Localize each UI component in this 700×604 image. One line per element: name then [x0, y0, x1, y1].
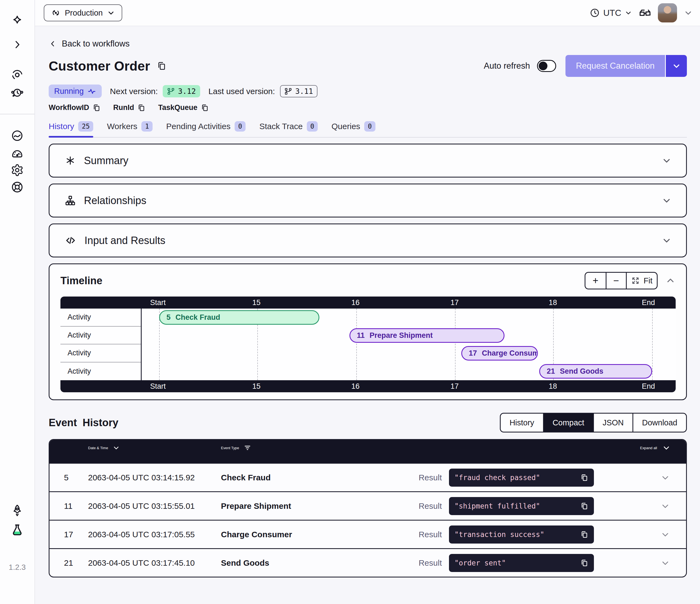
zoom-in-button[interactable]: + — [585, 273, 606, 289]
tab-pending-activities[interactable]: Pending Activities0 — [166, 121, 246, 137]
org-chart-icon — [65, 195, 76, 206]
gridline — [455, 309, 455, 380]
sidebar-item-schedules[interactable] — [11, 87, 24, 100]
clock-icon — [590, 8, 600, 18]
copy-result-icon[interactable] — [580, 530, 589, 539]
chevron-down-icon — [661, 195, 672, 206]
tab-bar: History25 Workers1 Pending Activities0 S… — [49, 121, 687, 138]
event-id: 17 — [64, 530, 88, 539]
task-queue-item: TaskQueue — [158, 103, 209, 112]
topbar: Production UTC — [35, 0, 700, 26]
event-history-header: Date & Time Event Type Expand all — [49, 440, 686, 463]
timeline-bar-send-goods[interactable]: 21Send Goods — [539, 364, 652, 379]
sidebar-expand-icon[interactable] — [11, 39, 23, 50]
timeline-row-label: Activity — [60, 344, 141, 362]
result-chip: "fraud check passed" — [449, 468, 594, 487]
tab-workers[interactable]: Workers1 — [107, 121, 153, 137]
input-results-accordion[interactable]: Input and Results — [49, 223, 687, 258]
result-label: Result — [419, 502, 449, 511]
timezone-selector[interactable]: UTC — [590, 8, 632, 18]
view-history-button[interactable]: History — [501, 414, 543, 432]
user-avatar[interactable] — [658, 3, 677, 22]
sidebar-item-usage[interactable] — [11, 147, 24, 160]
fit-button[interactable]: Fit — [626, 273, 657, 289]
expand-all-button[interactable]: Expand all — [640, 443, 671, 452]
auto-refresh-toggle[interactable] — [537, 60, 556, 72]
timeline-bar-charge-consumer[interactable]: 17Charge Consumer — [461, 346, 538, 361]
collapse-timeline-icon[interactable] — [665, 275, 676, 286]
user-menu-chevron-icon[interactable] — [683, 8, 693, 18]
tab-queries[interactable]: Queries0 — [331, 121, 375, 137]
view-json-button[interactable]: JSON — [593, 414, 632, 432]
namespace-icon — [51, 8, 61, 18]
result-chip: "transaction success" — [449, 526, 594, 543]
event-row[interactable]: 11 2063-04-05 UTC 03:15:55.01 Prepare Sh… — [49, 491, 686, 520]
timeline-row-label: Activity — [60, 362, 141, 381]
event-history-table: Date & Time Event Type Expand all — [49, 439, 687, 577]
timeline-row-label: Activity — [60, 327, 141, 345]
chevron-down-icon — [112, 444, 120, 452]
timeline-bar-check-fraud[interactable]: 5Check Fraud — [159, 310, 319, 325]
temporal-logo-icon[interactable] — [11, 14, 24, 26]
code-icon — [65, 235, 76, 246]
app-version: 1.2.3 — [0, 563, 34, 572]
expand-row-chevron-icon[interactable] — [660, 473, 670, 483]
result-label: Result — [419, 473, 449, 482]
labs-flask-icon[interactable] — [10, 523, 24, 537]
copy-result-icon[interactable] — [580, 502, 589, 510]
download-button[interactable]: Download — [632, 414, 686, 432]
sidebar-item-nexus[interactable] — [11, 129, 24, 142]
timeline-title: Timeline — [60, 275, 102, 287]
event-id: 21 — [64, 558, 88, 567]
namespace-switcher[interactable]: Production — [44, 4, 122, 21]
result-label: Result — [419, 530, 449, 539]
fit-icon — [631, 276, 640, 285]
tab-history[interactable]: History25 — [49, 121, 93, 137]
expand-row-chevron-icon[interactable] — [660, 530, 670, 539]
event-row[interactable]: 21 2063-04-05 UTC 03:17:45.10 Send Goods… — [49, 548, 686, 577]
copy-task-queue-icon[interactable] — [201, 104, 209, 112]
next-version-badge: 3.12 — [163, 85, 200, 97]
copy-workflow-name-icon[interactable] — [157, 61, 167, 71]
status-badge: Running — [49, 84, 102, 98]
back-to-workflows-link[interactable]: Back to workflows — [49, 39, 130, 49]
namespace-label: Production — [65, 8, 103, 18]
event-datetime: 2063-04-05 UTC 03:17:05.55 — [88, 530, 221, 539]
expand-row-chevron-icon[interactable] — [660, 501, 670, 511]
relationships-accordion[interactable]: Relationships — [49, 184, 687, 217]
filter-event-type[interactable]: Event Type — [221, 444, 422, 452]
sidebar-item-workflows[interactable] — [11, 68, 24, 81]
timeline-chart: Start 15 16 17 18 End Activity Activity … — [60, 296, 676, 392]
tab-stack-trace[interactable]: Stack Trace0 — [259, 121, 318, 137]
event-row[interactable]: 17 2063-04-05 UTC 03:17:05.55 Charge Con… — [49, 520, 686, 548]
labs-glasses-icon[interactable] — [639, 6, 651, 19]
timeline-row-label: Activity — [60, 309, 141, 327]
timeline-zoom-controls: + − Fit — [584, 272, 658, 289]
view-compact-button[interactable]: Compact — [543, 414, 593, 432]
expand-row-chevron-icon[interactable] — [660, 558, 670, 568]
timeline-bar-prepare-shipment[interactable]: 11Prepare Shipment — [349, 328, 504, 343]
sidebar-item-settings[interactable] — [11, 164, 24, 177]
event-type: Check Fraud — [221, 473, 422, 482]
copy-result-icon[interactable] — [580, 474, 589, 482]
page-content: Back to workflows Customer Order Auto re… — [35, 26, 700, 604]
cancelation-options-chevron[interactable] — [665, 55, 687, 77]
event-type: Send Goods — [221, 558, 422, 567]
chevron-down-icon — [625, 9, 632, 17]
timeline-grid: 5Check Fraud 11Prepare Shipment 17Charge… — [143, 309, 676, 380]
timeline-ruler-top: Start 15 16 17 18 End — [60, 296, 676, 309]
summary-accordion[interactable]: Summary — [49, 144, 687, 177]
request-cancelation-button[interactable]: Request Cancelation — [566, 55, 665, 77]
copy-workflow-id-icon[interactable] — [93, 104, 101, 112]
getting-started-rocket-icon[interactable] — [11, 504, 24, 517]
event-id: 11 — [64, 502, 88, 511]
copy-run-id-icon[interactable] — [137, 104, 146, 112]
gridline — [356, 309, 357, 380]
copy-result-icon[interactable] — [580, 559, 589, 567]
chevron-down-icon — [661, 155, 672, 166]
sort-by-datetime[interactable]: Date & Time — [88, 444, 221, 452]
sidebar-item-support[interactable] — [11, 180, 24, 194]
event-row[interactable]: 5 2063-04-05 UTC 03:14:15.92 Check Fraud… — [49, 463, 686, 491]
zoom-out-button[interactable]: − — [606, 273, 626, 289]
timeline-ruler-bottom: Start 15 16 17 18 End — [60, 380, 676, 392]
